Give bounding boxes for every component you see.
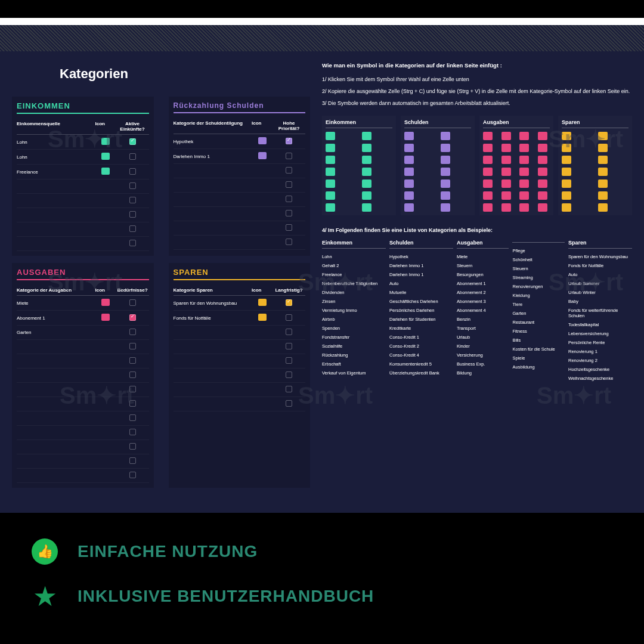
checkbox[interactable] [286, 371, 292, 378]
palette-icon[interactable] [404, 168, 414, 176]
checkbox[interactable] [129, 138, 136, 145]
palette-icon[interactable] [519, 168, 529, 176]
category-row[interactable]: Garten [17, 326, 149, 340]
checkbox[interactable] [129, 443, 136, 450]
checkbox[interactable] [286, 224, 292, 231]
category-row[interactable]: Fonds für Notfälle [174, 311, 306, 326]
category-icon[interactable] [101, 299, 110, 306]
category-icon[interactable] [101, 314, 110, 321]
palette-icon[interactable] [538, 191, 547, 200]
category-icon[interactable] [258, 152, 267, 159]
palette-icon[interactable] [501, 132, 511, 140]
category-row[interactable] [174, 164, 306, 178]
category-icon[interactable] [101, 138, 110, 145]
checkbox[interactable] [286, 239, 292, 245]
palette-icon[interactable] [483, 132, 493, 140]
category-icon[interactable] [101, 168, 110, 175]
palette-icon[interactable] [519, 203, 529, 212]
category-row[interactable] [174, 354, 306, 369]
palette-icon[interactable] [483, 144, 493, 152]
palette-icon[interactable] [562, 144, 571, 152]
checkbox[interactable] [129, 414, 136, 421]
palette-icon[interactable] [441, 144, 450, 152]
palette-icon[interactable] [404, 179, 414, 188]
palette-icon[interactable] [598, 168, 608, 176]
checkbox[interactable] [286, 343, 292, 349]
palette-icon[interactable] [598, 144, 608, 152]
palette-icon[interactable] [562, 179, 571, 188]
checkbox[interactable] [286, 386, 292, 392]
category-row[interactable] [174, 397, 306, 411]
category-row[interactable]: Lohn [17, 150, 149, 165]
category-icon[interactable] [101, 153, 110, 160]
palette-icon[interactable] [562, 168, 571, 176]
category-row[interactable] [17, 354, 149, 369]
checkbox[interactable] [286, 299, 292, 306]
checkbox[interactable] [129, 225, 136, 232]
palette-icon[interactable] [362, 203, 371, 212]
palette-icon[interactable] [538, 132, 547, 140]
checkbox[interactable] [129, 371, 136, 378]
palette-icon[interactable] [441, 191, 450, 200]
palette-icon[interactable] [562, 132, 571, 140]
palette-icon[interactable] [326, 168, 335, 176]
palette-icon[interactable] [441, 132, 450, 140]
palette-icon[interactable] [362, 179, 371, 188]
checkbox[interactable] [286, 357, 292, 364]
checkbox[interactable] [129, 153, 136, 160]
palette-icon[interactable] [404, 132, 414, 140]
category-row[interactable]: Abonement 1 [17, 311, 149, 326]
category-row[interactable] [17, 383, 149, 397]
checkbox[interactable] [286, 167, 292, 174]
palette-icon[interactable] [501, 168, 511, 176]
category-row[interactable] [174, 383, 306, 397]
checkbox[interactable] [286, 153, 292, 159]
category-row[interactable] [17, 237, 149, 251]
category-icon[interactable] [258, 299, 267, 306]
category-row[interactable] [17, 469, 149, 483]
palette-icon[interactable] [501, 203, 511, 212]
palette-icon[interactable] [362, 191, 371, 200]
checkbox[interactable] [286, 210, 292, 216]
checkbox[interactable] [286, 400, 292, 407]
category-row[interactable]: Lohn [17, 135, 149, 150]
checkbox[interactable] [129, 168, 136, 175]
palette-icon[interactable] [404, 203, 414, 212]
category-row[interactable] [17, 179, 149, 194]
palette-icon[interactable] [326, 179, 335, 188]
checkbox[interactable] [129, 357, 136, 364]
palette-icon[interactable] [598, 132, 608, 140]
checkbox[interactable] [286, 329, 292, 335]
category-row[interactable] [17, 340, 149, 354]
category-row[interactable] [17, 397, 149, 411]
category-row[interactable] [174, 340, 306, 354]
palette-icon[interactable] [519, 179, 529, 188]
palette-icon[interactable] [598, 191, 608, 200]
palette-icon[interactable] [362, 168, 371, 176]
palette-icon[interactable] [483, 203, 493, 212]
category-row[interactable]: Hypothek [174, 134, 306, 149]
category-row[interactable] [17, 222, 149, 237]
palette-icon[interactable] [441, 168, 450, 176]
checkbox[interactable] [129, 211, 136, 218]
category-icon[interactable] [258, 137, 267, 144]
palette-icon[interactable] [326, 203, 335, 212]
checkbox[interactable] [286, 181, 292, 188]
palette-icon[interactable] [562, 191, 571, 200]
palette-icon[interactable] [519, 132, 529, 140]
palette-icon[interactable] [326, 191, 335, 200]
category-row[interactable]: Freelance [17, 165, 149, 179]
category-row[interactable] [174, 178, 306, 193]
checkbox[interactable] [129, 400, 136, 407]
checkbox[interactable] [286, 314, 292, 321]
palette-icon[interactable] [404, 191, 414, 200]
checkbox[interactable] [129, 343, 136, 349]
category-row[interactable]: Miete [17, 296, 149, 311]
category-row[interactable] [174, 193, 306, 207]
palette-icon[interactable] [538, 144, 547, 152]
category-row[interactable] [17, 194, 149, 208]
palette-icon[interactable] [404, 144, 414, 152]
palette-icon[interactable] [501, 144, 511, 152]
palette-icon[interactable] [483, 191, 493, 200]
palette-icon[interactable] [483, 156, 493, 164]
